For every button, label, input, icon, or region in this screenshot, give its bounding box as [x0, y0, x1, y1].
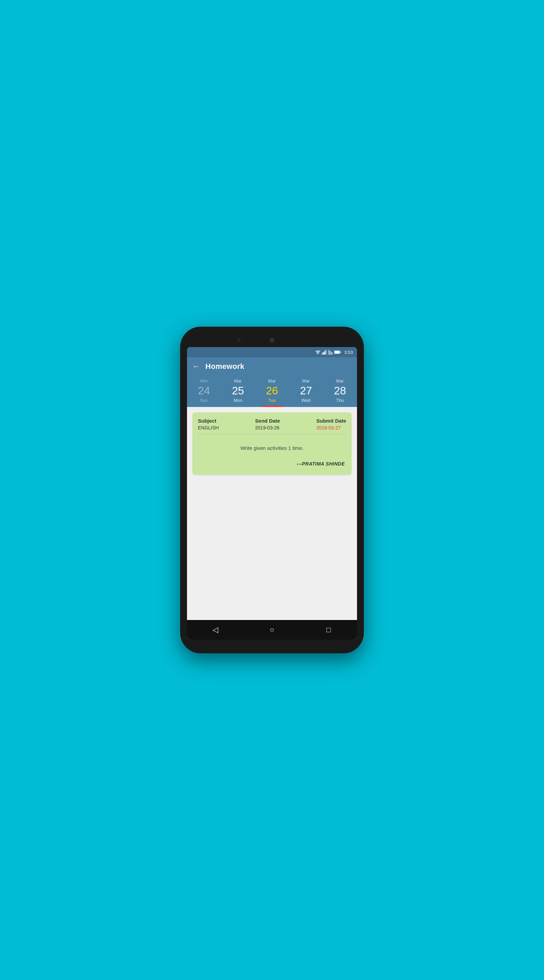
nav-back-button[interactable]: ◁ [207, 621, 224, 638]
status-bar: 3:53 [187, 347, 357, 357]
phone-top-bar [187, 334, 357, 347]
card-body: Write given activities 1 time. ---PRATIM… [198, 439, 346, 469]
calendar-day-wed[interactable]: Mar 27 Wed [289, 379, 323, 407]
back-button[interactable]: ← [192, 363, 200, 370]
phone-bottom-bar [187, 640, 357, 646]
calendar-day-thu[interactable]: Mar 28 Thu [323, 379, 357, 407]
homework-description: Write given activities 1 time. [199, 442, 345, 454]
status-icons [315, 350, 341, 355]
cal-number-4: 28 [334, 385, 346, 397]
cal-number-2: 26 [266, 385, 278, 397]
submit-date-value: 2019-03-27 [316, 425, 346, 430]
subject-field: Subject ENGLISH [198, 418, 219, 430]
cal-month-3: Mar [302, 379, 310, 383]
app-title: Homework [205, 362, 244, 371]
subject-value: ENGLISH [198, 425, 219, 430]
cal-weekday-1: Mon [233, 398, 242, 403]
send-date-field: Send Date 2019-03-26 [255, 418, 280, 430]
signal-icon-2 [328, 350, 333, 355]
svg-rect-11 [335, 351, 339, 353]
calendar-strip: Mar 24 Sun Mar 25 Mon Mar 26 Tue Mar 27 … [187, 375, 357, 407]
svg-rect-12 [339, 352, 341, 353]
cal-month-0: Mar [200, 379, 208, 383]
status-time: 3:53 [344, 350, 353, 355]
svg-rect-8 [330, 352, 331, 355]
cal-number-1: 25 [232, 385, 244, 397]
submit-date-field: Submit Date 2019-03-27 [316, 418, 346, 430]
svg-rect-4 [324, 351, 325, 355]
phone-speaker [238, 339, 241, 342]
calendar-day-sun[interactable]: Mar 24 Sun [187, 379, 221, 407]
calendar-day-mon[interactable]: Mar 25 Mon [221, 379, 255, 407]
cal-weekday-2: Tue [268, 398, 276, 403]
svg-rect-5 [325, 350, 327, 355]
send-date-label: Send Date [255, 418, 280, 424]
subject-label: Subject [198, 418, 219, 424]
active-day-indicator [262, 406, 282, 407]
cal-month-2: Mar [268, 379, 276, 383]
cal-weekday-4: Thu [336, 398, 344, 403]
card-header: Subject ENGLISH Send Date 2019-03-26 Sub… [198, 418, 346, 434]
app-header: ← Homework [187, 357, 357, 375]
cal-month-1: Mar [234, 379, 242, 383]
phone-camera [270, 338, 274, 343]
cal-number-3: 27 [300, 385, 312, 397]
cal-weekday-0: Sun [200, 398, 208, 403]
cal-weekday-3: Wed [301, 398, 311, 403]
svg-rect-9 [331, 353, 333, 355]
nav-recent-button[interactable]: □ [320, 621, 337, 638]
phone-screen: 3:53 ← Homework Mar 24 Sun Mar 25 Mon Ma… [187, 347, 357, 640]
signal-icon [322, 350, 327, 355]
nav-home-button[interactable]: ○ [263, 621, 281, 638]
svg-rect-2 [322, 353, 323, 355]
cal-number-0: 24 [198, 385, 210, 397]
battery-icon [334, 350, 341, 354]
submit-date-label: Submit Date [316, 418, 346, 424]
phone-device: 3:53 ← Homework Mar 24 Sun Mar 25 Mon Ma… [180, 327, 364, 653]
svg-rect-3 [323, 352, 324, 355]
homework-author: ---PRATIMA SHINDE [199, 461, 345, 466]
cal-month-4: Mar [336, 379, 344, 383]
calendar-day-tue[interactable]: Mar 26 Tue [255, 379, 289, 407]
wifi-icon [315, 350, 320, 355]
send-date-value: 2019-03-26 [255, 425, 280, 430]
content-area: Subject ENGLISH Send Date 2019-03-26 Sub… [187, 407, 357, 620]
svg-rect-7 [329, 351, 330, 355]
homework-card: Subject ENGLISH Send Date 2019-03-26 Sub… [192, 412, 352, 475]
svg-rect-6 [328, 350, 329, 355]
nav-bar: ◁ ○ □ [187, 620, 357, 640]
